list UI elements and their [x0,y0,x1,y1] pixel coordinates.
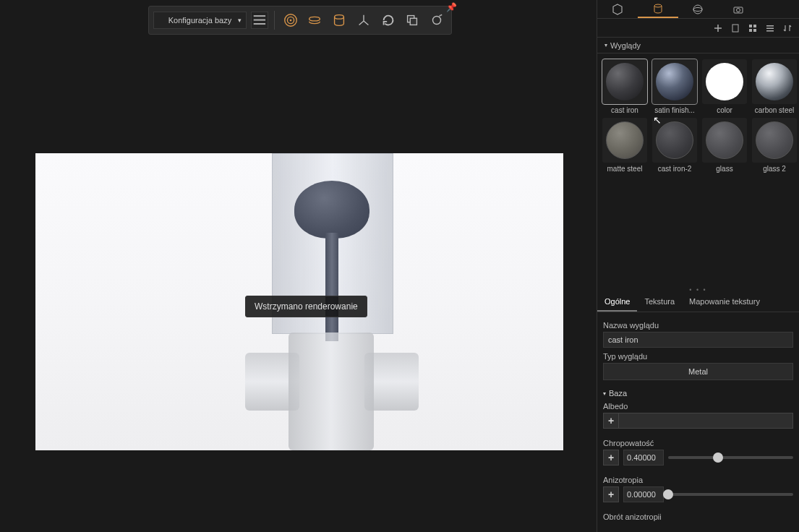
material-preview [706,121,743,159]
label-type: Typ wyglądu [603,352,793,361]
layers-icon[interactable] [304,10,325,30]
globe-icon [692,4,704,15]
roughness-add-button[interactable]: + [603,450,619,466]
svg-rect-23 [766,27,774,29]
cube-icon [612,4,623,15]
panel-tabs [597,0,799,19]
toolbar-divider [274,11,275,30]
material-preview [756,63,793,100]
list-view-button[interactable] [764,22,776,34]
svg-point-13 [693,5,702,14]
material-label: glass 2 [763,165,786,173]
material-item[interactable]: carbon steel [751,59,798,114]
svg-point-5 [289,20,291,22]
input-name[interactable]: cast iron [603,332,793,348]
svg-rect-18 [749,25,752,27]
tab-materials[interactable] [638,0,678,18]
axis-icon[interactable] [354,10,374,30]
database-icon [652,3,664,14]
material-item[interactable]: glass [701,118,748,173]
tab-scene[interactable] [597,0,638,18]
svg-rect-9 [411,18,417,25]
material-item[interactable]: cast iron-2 [651,118,698,173]
model-body [245,332,419,450]
material-item[interactable]: cast iron [602,59,648,114]
database-icon[interactable] [329,10,349,30]
material-item[interactable]: glass 2 [751,118,798,173]
right-panel: Wyglądy cast ironsatin finish...colorcar… [597,0,799,532]
roughness-thumb[interactable] [713,452,723,463]
prop-tab-texture[interactable]: Tekstura [637,293,682,312]
svg-point-14 [693,7,702,11]
material-label: matte steel [607,165,643,173]
albedo-add-button[interactable]: + [603,413,619,429]
sort-button[interactable] [782,22,793,34]
albedo-color-swatch[interactable] [619,413,793,429]
cursor-icon: ↖ [653,114,662,126]
roughness-slider[interactable] [668,456,793,459]
model-rod [325,233,338,341]
anisotropy-add-button[interactable]: + [603,486,619,502]
section-appearances[interactable]: Wyglądy [597,38,799,53]
material-preview [656,63,693,100]
roughness-input[interactable] [623,450,664,466]
label-roughness: Chropowatość [603,439,793,447]
tab-extra[interactable] [759,0,799,18]
svg-rect-20 [749,29,752,32]
svg-rect-24 [766,30,774,32]
tab-camera[interactable] [718,0,759,18]
svg-rect-0 [254,15,265,17]
svg-point-16 [737,8,740,12]
panel-split-handle[interactable]: • • • [597,287,799,293]
camera-icon [732,4,744,15]
grid-view-button[interactable] [747,22,759,34]
section-title-text: Wyglądy [610,41,641,50]
top-toolbar: Konfiguracja bazy 📌 [148,6,452,35]
property-body: Nazwa wyglądu cast iron Typ wyglądu Meta… [597,312,799,521]
svg-rect-2 [254,23,265,25]
config-dropdown[interactable]: Konfiguracja bazy [153,12,247,29]
prop-tab-general[interactable]: Ogólne [597,293,637,312]
anisotropy-thumb[interactable] [663,489,673,499]
section-base[interactable]: Baza [603,389,793,398]
label-anisotropy: Anizotropia [603,476,793,484]
pin-icon[interactable]: 📌 [446,2,457,12]
material-preview [656,121,693,159]
refresh-icon[interactable] [378,10,398,30]
property-tabs: Ogólne Tekstura Mapowanie tekstury [597,293,799,312]
svg-rect-21 [753,29,756,32]
anisotropy-slider[interactable] [668,493,793,496]
material-label: satin finish... [654,106,695,114]
copy-icon[interactable] [403,10,423,30]
panel-actions [597,19,799,38]
svg-point-7 [335,15,344,20]
material-label: glass [716,165,732,173]
render-status-text: Wstrzymano renderowanie [255,301,358,312]
config-list-button[interactable] [251,12,268,29]
material-item[interactable]: color [701,59,748,114]
material-preview [606,63,644,100]
material-label: cast iron-2 [658,165,692,173]
new-file-button[interactable] [730,22,741,34]
material-label: carbon steel [755,106,794,114]
material-item[interactable]: matte steel [602,118,648,173]
material-label: cast iron [611,106,638,114]
target-icon[interactable] [281,10,301,30]
add-button[interactable] [712,22,724,34]
svg-point-6 [309,17,320,21]
render-status-badge: Wstrzymano renderowanie [245,296,367,317]
type-button[interactable]: Metal [603,363,793,380]
prop-tab-mapping[interactable]: Mapowanie tekstury [682,293,767,312]
material-grid: cast ironsatin finish...colorcarbon stee… [597,53,799,179]
material-preview [756,121,793,159]
material-item[interactable]: satin finish... [651,59,698,114]
magic-icon[interactable] [427,10,447,30]
model-piston [294,181,369,239]
anisotropy-input[interactable] [623,486,664,502]
material-preview [606,121,644,159]
svg-point-12 [654,4,662,7]
material-label: color [717,106,732,114]
svg-rect-1 [254,20,265,21]
render-viewport[interactable]: Wstrzymano renderowanie [35,153,563,450]
tab-environment[interactable] [678,0,719,18]
